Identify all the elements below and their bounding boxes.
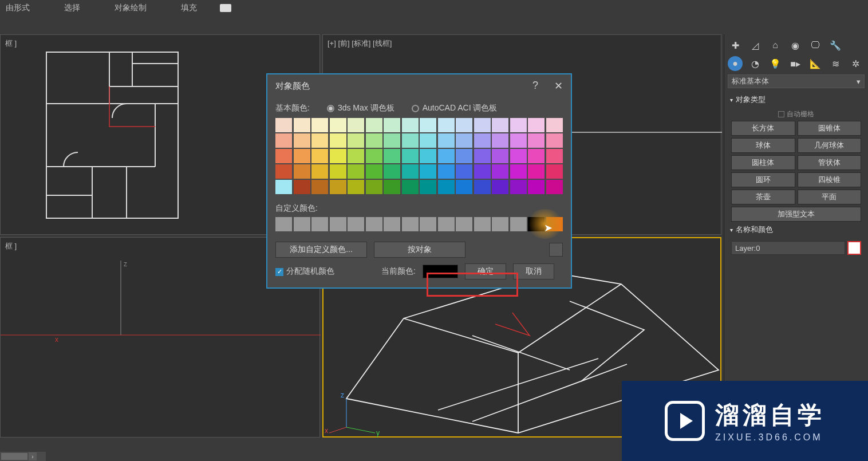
color-swatch[interactable] — [546, 149, 563, 163]
color-swatch[interactable] — [492, 149, 508, 163]
cameras-icon[interactable]: ■▸ — [788, 56, 803, 71]
color-swatch[interactable] — [402, 180, 419, 194]
color-swatch[interactable] — [294, 180, 310, 194]
btn-torus[interactable]: 圆环 — [731, 172, 795, 187]
color-picker-icon[interactable] — [549, 243, 563, 257]
color-swatch[interactable] — [456, 180, 472, 194]
menu-objectpaint[interactable]: 对象绘制 — [115, 3, 147, 13]
color-swatch[interactable] — [384, 180, 400, 194]
color-swatch[interactable] — [384, 149, 400, 163]
color-swatch[interactable] — [402, 133, 419, 148]
section-object-type[interactable]: 对象类型 — [728, 92, 865, 108]
color-swatch[interactable] — [492, 180, 508, 194]
shapes-icon[interactable]: ◔ — [748, 56, 763, 71]
color-swatch[interactable] — [438, 133, 455, 148]
color-swatch[interactable] — [311, 118, 328, 132]
btn-plane[interactable]: 平面 — [798, 190, 862, 204]
mail-icon[interactable] — [220, 4, 231, 12]
object-color-swatch[interactable] — [847, 241, 861, 255]
color-swatch[interactable] — [546, 133, 563, 148]
modify-tab-icon[interactable]: ◿ — [748, 38, 763, 53]
color-swatch[interactable] — [348, 133, 364, 148]
color-swatch[interactable] — [510, 164, 527, 179]
color-swatch[interactable] — [402, 164, 419, 179]
color-swatch[interactable] — [384, 164, 400, 179]
systems-icon[interactable]: ✲ — [848, 56, 863, 71]
color-swatch[interactable] — [275, 180, 292, 194]
object-name-input[interactable] — [731, 241, 845, 255]
color-swatch[interactable] — [546, 180, 563, 194]
color-swatch[interactable] — [510, 133, 527, 148]
color-swatch[interactable] — [492, 164, 508, 179]
color-swatch[interactable] — [456, 118, 472, 132]
custom-swatch[interactable] — [420, 217, 436, 231]
display-tab-icon[interactable]: 🖵 — [808, 38, 823, 53]
auto-grid-checkbox[interactable]: 自动栅格 — [728, 108, 865, 121]
color-swatch[interactable] — [474, 149, 491, 163]
btn-box[interactable]: 长方体 — [731, 121, 795, 136]
custom-swatch[interactable] — [474, 217, 491, 231]
btn-sphere[interactable]: 球体 — [731, 138, 795, 153]
radio-autocad[interactable]: AutoCAD ACI 调色板 — [412, 103, 498, 113]
color-swatch[interactable] — [402, 118, 419, 132]
utilities-tab-icon[interactable]: 🔧 — [828, 38, 843, 53]
color-swatch[interactable] — [546, 118, 563, 132]
color-swatch[interactable] — [420, 180, 436, 194]
color-swatch[interactable] — [456, 133, 472, 148]
dialog-titlebar[interactable]: 对象颜色 ? ✕ — [267, 74, 571, 97]
color-swatch[interactable] — [311, 180, 328, 194]
custom-swatch[interactable] — [348, 217, 364, 231]
color-swatch[interactable] — [366, 149, 382, 163]
color-swatch[interactable] — [294, 149, 310, 163]
color-swatch[interactable] — [330, 133, 346, 148]
color-swatch[interactable] — [384, 118, 400, 132]
color-swatch[interactable] — [474, 133, 491, 148]
color-swatch[interactable] — [474, 118, 491, 132]
custom-swatch[interactable] — [510, 217, 527, 231]
color-swatch[interactable] — [438, 164, 455, 179]
btn-pyramid[interactable]: 四棱锥 — [798, 172, 862, 187]
color-swatch[interactable] — [438, 118, 455, 132]
color-swatch[interactable] — [348, 164, 364, 179]
helpers-icon[interactable]: 📐 — [808, 56, 823, 71]
spacewarps-icon[interactable]: ≋ — [828, 56, 843, 71]
custom-swatch[interactable] — [294, 217, 310, 231]
btn-textplus[interactable]: 加强型文本 — [731, 207, 861, 222]
color-swatch[interactable] — [438, 149, 455, 163]
color-swatch[interactable] — [366, 133, 382, 148]
color-swatch[interactable] — [384, 133, 400, 148]
color-swatch[interactable] — [330, 118, 346, 132]
color-swatch[interactable] — [456, 164, 472, 179]
custom-swatch[interactable] — [438, 217, 455, 231]
color-swatch[interactable] — [420, 164, 436, 179]
add-custom-color-button[interactable]: 添加自定义颜色... — [275, 242, 367, 258]
hierarchy-tab-icon[interactable]: ⌂ — [768, 38, 783, 53]
color-swatch[interactable] — [528, 149, 545, 163]
radio-3dsmax[interactable]: 3ds Max 调色板 — [327, 103, 394, 113]
menu-select[interactable]: 选择 — [64, 3, 80, 13]
color-swatch[interactable] — [456, 149, 472, 163]
color-swatch[interactable] — [474, 164, 491, 179]
ok-button[interactable]: 确定 — [465, 263, 506, 279]
custom-swatch[interactable] — [384, 217, 400, 231]
color-swatch[interactable] — [474, 180, 491, 194]
color-swatch[interactable] — [330, 164, 346, 179]
color-swatch[interactable] — [510, 149, 527, 163]
color-swatch[interactable] — [348, 149, 364, 163]
custom-swatch[interactable] — [456, 217, 472, 231]
color-swatch[interactable] — [311, 149, 328, 163]
color-swatch[interactable] — [275, 149, 292, 163]
btn-teapot[interactable]: 茶壶 — [731, 190, 795, 204]
color-swatch[interactable] — [294, 118, 310, 132]
color-swatch[interactable] — [420, 118, 436, 132]
color-swatch[interactable] — [528, 180, 545, 194]
color-swatch[interactable] — [420, 149, 436, 163]
btn-geosphere[interactable]: 几何球体 — [798, 138, 862, 153]
btn-tube[interactable]: 管状体 — [798, 155, 862, 170]
custom-swatch[interactable] — [528, 217, 545, 231]
color-swatch[interactable] — [492, 133, 508, 148]
primitive-dropdown[interactable]: 标准基本体▾ — [728, 74, 865, 88]
color-swatch[interactable] — [366, 164, 382, 179]
custom-swatch[interactable] — [366, 217, 382, 231]
color-swatch[interactable] — [275, 164, 292, 179]
